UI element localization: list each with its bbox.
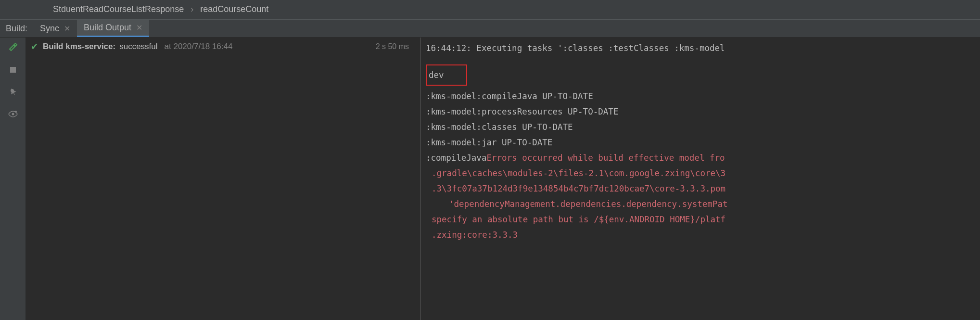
console-output[interactable]: 16:44:12: Executing tasks ':classes :tes… <box>420 38 980 320</box>
tab-label: Sync <box>40 24 59 34</box>
build-duration: 2 s 50 ms <box>376 42 416 51</box>
console-line: 16:44:12: Executing tasks ':classes :tes… <box>426 40 980 56</box>
stop-icon[interactable] <box>8 64 18 75</box>
chevron-right-icon: › <box>191 4 193 14</box>
build-title: Build kms-service: <box>43 42 115 51</box>
console-line: :kms-model:processResources UP-TO-DATE <box>426 104 980 119</box>
build-result-row[interactable]: ✔ Build kms-service: successful at 2020/… <box>31 41 416 52</box>
error-text: .gradle\caches\modules-2\files-2.1\com.g… <box>426 166 980 181</box>
check-icon: ✔ <box>31 41 38 52</box>
svg-point-1 <box>12 113 14 115</box>
breadcrumb-member[interactable]: readCourseCount <box>200 4 268 14</box>
hammer-icon[interactable] <box>8 42 18 53</box>
svg-point-2 <box>15 111 17 113</box>
error-text: 'dependencyManagement.dependencies.depen… <box>426 196 980 212</box>
svg-rect-0 <box>10 67 16 73</box>
build-label: Build: <box>0 20 33 37</box>
eye-icon[interactable] <box>8 109 18 119</box>
tab-label: Build Output <box>84 23 131 33</box>
console-line: :kms-model:classes UP-TO-DATE <box>426 119 980 135</box>
console-line: :compileJavaErrors occurred while build … <box>426 150 980 166</box>
error-text: .zxing:core:3.3.3 <box>426 227 980 243</box>
build-tabs-bar: Build: Sync ✕ Build Output ✕ <box>0 19 980 38</box>
tab-sync[interactable]: Sync ✕ <box>33 20 77 37</box>
close-icon[interactable]: ✕ <box>136 23 142 32</box>
error-text: specify an absolute path but is /${env.A… <box>426 212 980 227</box>
error-text: Errors occurred while build effective mo… <box>486 153 725 163</box>
breadcrumb-class[interactable]: StduentReadCourseListResponse <box>53 4 184 14</box>
error-text: .3\3fc07a37b124d3f9e134854b4c7bf7dc120bc… <box>426 181 980 196</box>
build-timestamp: at 2020/7/18 16:44 <box>165 42 233 51</box>
build-tree-panel: ✔ Build kms-service: successful at 2020/… <box>26 38 420 320</box>
breadcrumb: StduentReadCourseListResponse › readCour… <box>0 0 980 19</box>
build-status: successful <box>119 42 157 51</box>
close-icon[interactable]: ✕ <box>64 24 70 33</box>
pin-icon[interactable] <box>8 87 18 97</box>
tab-build-output[interactable]: Build Output ✕ <box>77 20 149 37</box>
console-line: :kms-model:compileJava UP-TO-DATE <box>426 89 980 104</box>
highlighted-text: dev <box>426 64 467 86</box>
tool-gutter <box>0 38 26 320</box>
console-line: :kms-model:jar UP-TO-DATE <box>426 135 980 150</box>
main-area: ✔ Build kms-service: successful at 2020/… <box>0 38 980 320</box>
